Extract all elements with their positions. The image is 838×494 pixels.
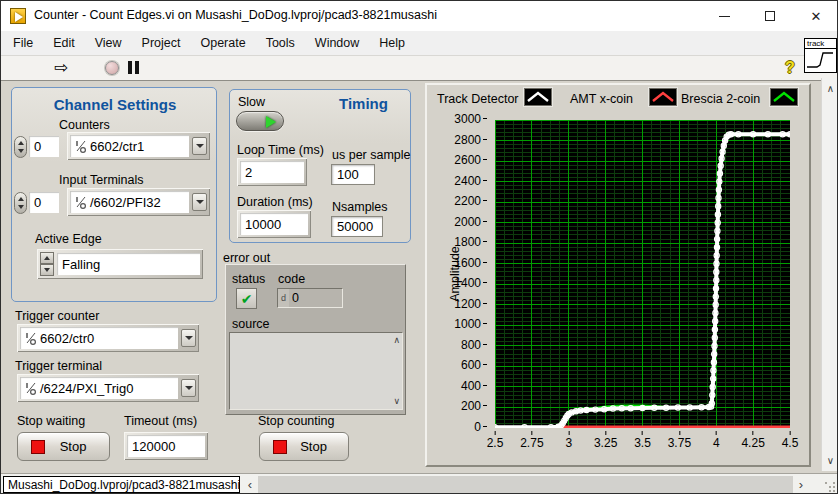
active-edge-spinner[interactable] xyxy=(40,252,54,276)
counters-value-field[interactable]: 6602/ctr1 xyxy=(70,135,189,157)
x-tick-label: 3.75 xyxy=(668,431,691,450)
io-glyph-icon xyxy=(25,381,37,396)
menu-item-window[interactable]: Window xyxy=(305,32,369,54)
horizontal-scrollbar-track[interactable] xyxy=(258,476,793,493)
slow-toggle-button[interactable] xyxy=(236,111,284,131)
titlebar: Counter - Count Edges.vi on Musashi_DoDo… xyxy=(1,1,837,31)
active-edge-value-field[interactable]: Falling xyxy=(57,253,200,275)
scroll-down-icon[interactable]: ∨ xyxy=(822,452,838,469)
input-terminals-index-field[interactable]: 0 xyxy=(29,192,59,213)
line-sample-icon xyxy=(525,89,551,105)
error-source-box[interactable]: ∧ ∨ xyxy=(229,332,403,410)
y-tick-label: 600 xyxy=(431,358,487,372)
scroll-right-icon[interactable]: › xyxy=(793,476,809,493)
counters-index-field[interactable]: 0 xyxy=(29,136,59,157)
vi-icon-curve xyxy=(805,49,836,70)
vi-icon-label: track xyxy=(805,39,836,49)
x-tick-label: 4.5 xyxy=(782,431,799,450)
vertical-scrollbar[interactable]: ∧ ∨ xyxy=(821,78,838,471)
close-button[interactable]: ✕ xyxy=(793,1,838,31)
run-button-icon[interactable]: ⇨ xyxy=(54,57,68,78)
execution-target-box[interactable]: Musashi_DoDog.lvproj/pcad3-8821musashi xyxy=(3,476,240,493)
legend-label-track-detector[interactable]: Track Detector xyxy=(437,92,516,106)
vi-icon[interactable]: track xyxy=(804,38,837,73)
legend-label-amt-x-coin[interactable]: AMT x-coin xyxy=(569,92,633,106)
error-code-label: code xyxy=(278,272,305,286)
y-tick-label: 1400 xyxy=(431,276,487,290)
loop-time-field[interactable]: 2 xyxy=(240,161,304,183)
trigger-terminal-combo[interactable]: /6224/PXI_Trig0 xyxy=(17,374,199,402)
labview-app-icon xyxy=(10,8,26,24)
labview-arrow-icon xyxy=(15,12,23,22)
scroll-left-icon[interactable]: ‹ xyxy=(242,476,258,493)
timeout-field[interactable]: 120000 xyxy=(127,435,205,457)
resize-grip-icon[interactable] xyxy=(825,482,827,484)
stop-counting-button-label: Stop xyxy=(287,439,348,454)
abort-button-icon[interactable] xyxy=(105,61,119,75)
statusbar: Musashi_DoDog.lvproj/pcad3-8821musashi ‹… xyxy=(1,473,837,493)
stop-counting-button[interactable]: Stop xyxy=(259,432,349,461)
x-tick-label: 3 xyxy=(565,431,572,450)
stop-waiting-label: Stop waiting xyxy=(17,414,85,428)
duration-field[interactable]: 10000 xyxy=(240,213,308,235)
trigger-terminal-field[interactable]: /6224/PXI_Trig0 xyxy=(20,377,178,399)
menu-item-tools[interactable]: Tools xyxy=(256,32,305,54)
y-tick-label: 1800 xyxy=(431,235,487,249)
x-tick-label: 3.5 xyxy=(634,431,651,450)
legend-sample-brescia-2-coin[interactable] xyxy=(770,88,798,106)
line-sample-icon xyxy=(650,89,676,105)
duration-control: 10000 xyxy=(237,210,311,238)
scroll-down-icon[interactable]: ∨ xyxy=(393,397,400,406)
toolbar: ⇨ ? xyxy=(1,56,837,81)
minimize-button[interactable] xyxy=(701,1,747,31)
y-tick-label: 2800 xyxy=(431,133,487,147)
maximize-icon xyxy=(765,11,775,21)
input-terminals-value: /6602/PFI32 xyxy=(90,195,161,210)
window-title: Counter - Count Edges.vi on Musashi_DoDo… xyxy=(34,8,437,22)
input-terminals-label: Input Terminals xyxy=(59,173,144,187)
scroll-up-icon[interactable]: ∧ xyxy=(822,80,838,97)
trigger-terminal-label: Trigger terminal xyxy=(15,359,102,373)
stop-waiting-button[interactable]: Stop xyxy=(17,432,110,461)
legend-sample-amt-x-coin[interactable] xyxy=(649,88,677,106)
legend-sample-track-detector[interactable] xyxy=(524,88,552,106)
x-tick-label: 4 xyxy=(713,431,720,450)
chart-plot-area[interactable] xyxy=(495,120,790,428)
y-tick-label: 1600 xyxy=(431,256,487,270)
labview-window: Counter - Count Edges.vi on Musashi_DoDo… xyxy=(0,0,838,494)
menu-item-help[interactable]: Help xyxy=(369,32,415,54)
legend-label-brescia-2-coin[interactable]: Brescia 2-coin xyxy=(681,92,757,106)
counters-combo[interactable]: 6602/ctr1 xyxy=(67,132,210,160)
input-terminals-dropdown-button[interactable] xyxy=(192,193,207,211)
chevron-down-icon xyxy=(196,200,204,204)
x-tick-label: 2.5 xyxy=(487,431,504,450)
error-code-field: d 0 xyxy=(277,288,343,308)
menu-item-edit[interactable]: Edit xyxy=(43,32,85,54)
trigger-counter-combo[interactable]: 6602/ctr0 xyxy=(17,324,199,352)
input-terminals-value-field[interactable]: /6602/PFI32 xyxy=(70,191,189,213)
counters-dropdown-button[interactable] xyxy=(192,137,207,155)
trigger-counter-value: 6602/ctr0 xyxy=(40,331,94,346)
io-glyph-icon xyxy=(25,331,37,346)
input-terminals-index-spinner[interactable] xyxy=(14,192,27,214)
counters-index-spinner[interactable] xyxy=(14,136,27,158)
trigger-terminal-dropdown-button[interactable] xyxy=(181,379,196,397)
menu-item-file[interactable]: File xyxy=(3,32,43,54)
error-out-label: error out xyxy=(223,251,270,265)
minimize-icon xyxy=(719,16,730,17)
y-tick-label: 2600 xyxy=(431,153,487,167)
maximize-button[interactable] xyxy=(747,1,793,31)
timing-title: Timing xyxy=(339,95,388,112)
pause-button-icon[interactable] xyxy=(128,61,140,74)
trigger-counter-dropdown-button[interactable] xyxy=(181,329,196,347)
help-icon[interactable]: ? xyxy=(785,59,795,77)
scroll-up-icon[interactable]: ∧ xyxy=(393,336,400,345)
menu-item-view[interactable]: View xyxy=(85,32,132,54)
input-terminals-combo[interactable]: /6602/PFI32 xyxy=(67,188,210,216)
y-tick-label: 2000 xyxy=(431,215,487,229)
menu-item-operate[interactable]: Operate xyxy=(190,32,255,54)
trigger-counter-field[interactable]: 6602/ctr0 xyxy=(20,327,178,349)
active-edge-control: Falling xyxy=(37,249,203,279)
green-arrow-icon xyxy=(266,116,276,128)
menu-item-project[interactable]: Project xyxy=(132,32,191,54)
